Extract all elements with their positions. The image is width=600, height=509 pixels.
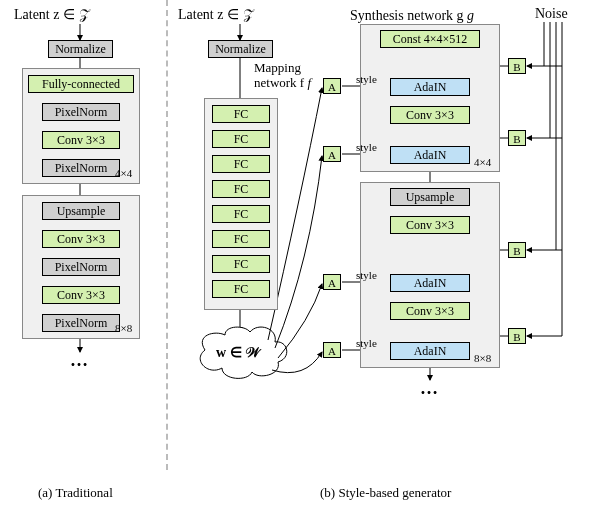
fc-4: FC [212, 180, 270, 198]
upsample-a: Upsample [42, 202, 120, 220]
dots-a: … [70, 350, 90, 371]
normalize-box-a: Normalize [48, 40, 113, 58]
fc-6: FC [212, 230, 270, 248]
pixelnorm-4a: PixelNorm [42, 314, 120, 332]
pixelnorm-2a: PixelNorm [42, 159, 120, 177]
res-4-b: 4×4 [474, 156, 491, 168]
pixelnorm-3a: PixelNorm [42, 258, 120, 276]
upsample-b: Upsample [390, 188, 470, 206]
fc-box-a: Fully-connected [28, 75, 134, 93]
fc-8: FC [212, 280, 270, 298]
normalize-box-b: Normalize [208, 40, 273, 58]
dots-b: … [420, 378, 440, 399]
style-4: style [356, 337, 377, 349]
fc-7: FC [212, 255, 270, 273]
pixelnorm-1a: PixelNorm [42, 103, 120, 121]
conv-2a: Conv 3×3 [42, 230, 120, 248]
const-box: Const 4×4×512 [380, 30, 480, 48]
a-box-2: A [323, 146, 341, 162]
conv-1b: Conv 3×3 [390, 106, 470, 124]
style-1: style [356, 73, 377, 85]
fc-3: FC [212, 155, 270, 173]
style-2: style [356, 141, 377, 153]
a-box-4: A [323, 342, 341, 358]
b-box-4: B [508, 328, 526, 344]
caption-a: (a) Traditional [38, 485, 113, 501]
latent-label-a: Latent z ∈ 𝒵 [14, 7, 88, 22]
a-box-1: A [323, 78, 341, 94]
synthesis-label: Synthesis network g g [350, 8, 474, 24]
a-box-3: A [323, 274, 341, 290]
adain-1: AdaIN [390, 78, 470, 96]
mapping-label: Mapping [254, 60, 301, 76]
b-box-2: B [508, 130, 526, 146]
style-3: style [356, 269, 377, 281]
noise-label: Noise [535, 6, 568, 22]
network-f-label: network f f [254, 75, 311, 91]
res-8-a: 8×8 [115, 322, 132, 334]
conv-1a: Conv 3×3 [42, 131, 120, 149]
adain-3: AdaIN [390, 274, 470, 292]
conv-3b: Conv 3×3 [390, 302, 470, 320]
conv-3a: Conv 3×3 [42, 286, 120, 304]
w-latent: w ∈ 𝒲 [216, 344, 258, 361]
fc-2: FC [212, 130, 270, 148]
caption-b: (b) Style-based generator [320, 485, 451, 501]
res-4-a: 4×4 [115, 167, 132, 179]
fc-1: FC [212, 105, 270, 123]
b-box-3: B [508, 242, 526, 258]
adain-4: AdaIN [390, 342, 470, 360]
b-box-1: B [508, 58, 526, 74]
res-8-b: 8×8 [474, 352, 491, 364]
fc-5: FC [212, 205, 270, 223]
latent-label-b: Latent z ∈ 𝒵 [178, 7, 252, 22]
adain-2: AdaIN [390, 146, 470, 164]
conv-2b: Conv 3×3 [390, 216, 470, 234]
